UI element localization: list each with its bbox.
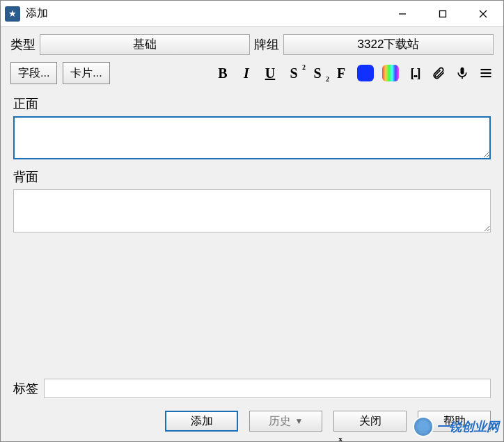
- fields-toolbar-row: 字段... 卡片... B I U S S F [..]: [1, 59, 503, 88]
- chevron-down-icon: ▼: [295, 416, 304, 426]
- back-input[interactable]: [13, 189, 491, 232]
- content-area: 类型 基础 牌组 3322下载站 字段... 卡片... B I U S S F…: [1, 27, 503, 441]
- cards-button[interactable]: 卡片...: [63, 62, 109, 84]
- add-note-window: ★ 添加 类型 基础 牌组 3322下载站 字段... 卡片... B: [0, 0, 504, 442]
- tags-label: 标签: [13, 380, 38, 397]
- help-button[interactable]: 帮助: [418, 411, 491, 432]
- window-title: 添加: [26, 6, 382, 21]
- superscript-icon[interactable]: S: [286, 65, 301, 81]
- tags-input[interactable]: [44, 379, 491, 398]
- close-window-button[interactable]: [463, 1, 503, 26]
- text-color-icon[interactable]: [357, 65, 374, 81]
- format-toolbar: B I U S S F [..]: [215, 65, 494, 81]
- history-button[interactable]: 历史 ▼: [249, 411, 322, 432]
- more-menu-icon[interactable]: [478, 65, 494, 81]
- front-input[interactable]: [13, 116, 491, 159]
- minimize-button[interactable]: [382, 1, 423, 26]
- svg-rect-4: [461, 68, 464, 74]
- maximize-button[interactable]: [423, 1, 463, 26]
- subscript-icon[interactable]: S: [310, 65, 325, 81]
- add-button[interactable]: 添加: [165, 411, 238, 432]
- type-label: 类型: [10, 36, 36, 53]
- type-deck-row: 类型 基础 牌组 3322下载站: [1, 27, 503, 59]
- window-controls: [382, 1, 503, 26]
- clear-format-icon[interactable]: F: [333, 65, 349, 81]
- app-icon: ★: [5, 6, 20, 22]
- back-field-section: 背面: [1, 161, 503, 235]
- deck-selector[interactable]: 3322下载站: [283, 34, 494, 55]
- italic-icon[interactable]: I: [239, 65, 254, 81]
- back-label: 背面: [13, 168, 491, 185]
- deck-label: 牌组: [254, 36, 279, 53]
- cloze-icon[interactable]: [..]: [407, 65, 423, 81]
- attach-icon[interactable]: [431, 65, 446, 81]
- microphone-icon[interactable]: [455, 65, 470, 81]
- titlebar: ★ 添加: [1, 1, 503, 27]
- history-label: 历史: [269, 414, 291, 429]
- svg-rect-1: [440, 10, 446, 17]
- type-selector[interactable]: 基础: [40, 34, 250, 55]
- footer-buttons: 添加 历史 ▼ 关闭 帮助 一锐创业网: [1, 405, 503, 441]
- close-button[interactable]: 关闭: [333, 411, 407, 432]
- fields-button[interactable]: 字段...: [10, 62, 57, 84]
- front-label: 正面: [13, 95, 491, 112]
- tags-row: 标签: [1, 372, 503, 405]
- highlight-color-icon[interactable]: [382, 65, 399, 81]
- underline-icon[interactable]: U: [262, 65, 278, 81]
- bold-icon[interactable]: B: [215, 65, 230, 81]
- front-field-section: 正面: [1, 88, 503, 161]
